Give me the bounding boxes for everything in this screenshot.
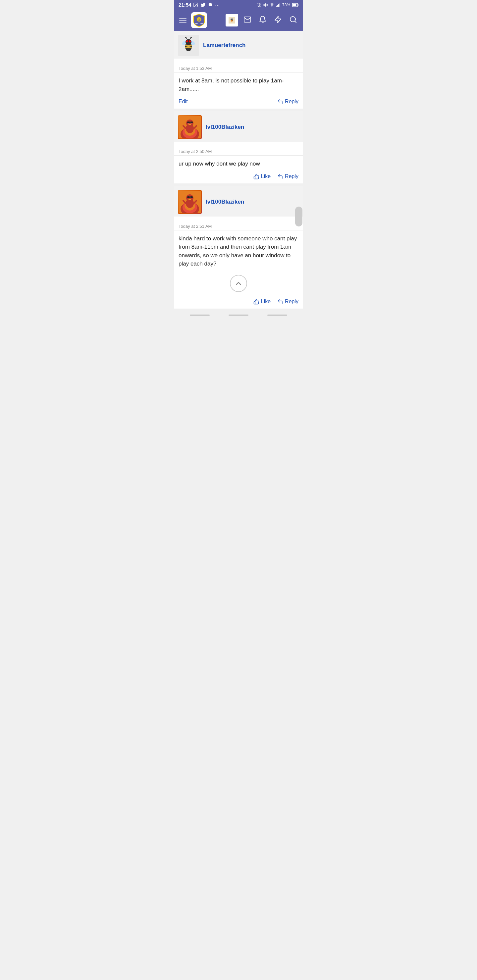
post-2-content: ur up now why dont we play now	[174, 156, 303, 171]
svg-rect-9	[278, 4, 279, 6]
post-3-username[interactable]: lvl100Blaziken	[206, 199, 244, 205]
svg-text:⚔: ⚔	[198, 18, 200, 22]
post-3-reply-button[interactable]: Reply	[277, 299, 298, 305]
svg-point-30	[185, 39, 191, 45]
scrollbar-handle[interactable]	[295, 207, 302, 226]
post-1-content: I work at 8am, is not possible to play 1…	[174, 73, 303, 96]
svg-point-63	[188, 199, 191, 200]
svg-rect-65	[190, 196, 193, 198]
more-icon: ···	[215, 2, 220, 8]
post-2-like-button[interactable]: Like	[254, 173, 271, 180]
status-left: 21:54 ···	[179, 2, 220, 8]
battery-percent: 73%	[282, 3, 290, 7]
status-right: 73%	[257, 3, 298, 7]
post-2-username[interactable]: lvl100Blaziken	[206, 124, 244, 130]
svg-point-47	[188, 124, 191, 125]
svg-rect-64	[187, 196, 190, 198]
user-avatar-img	[228, 17, 235, 24]
navbar: ⚔	[174, 10, 303, 31]
hamburger-line-3	[179, 22, 187, 22]
search-icon[interactable]	[287, 14, 299, 27]
post-2-avatar[interactable]	[178, 115, 202, 139]
post-3-avatar[interactable]	[178, 190, 202, 214]
alarm-icon	[257, 3, 262, 7]
battery-icon	[292, 3, 298, 7]
scroll-to-top-button[interactable]	[230, 275, 247, 292]
post-3-header: lvl100Blaziken	[174, 186, 303, 216]
svg-point-42	[186, 119, 193, 127]
svg-point-36	[190, 37, 192, 38]
post-3-actions: Like Reply	[174, 296, 303, 309]
post-2-header: lvl100Blaziken	[174, 111, 303, 142]
bottom-dot-3	[267, 315, 287, 316]
hamburger-menu-button[interactable]	[178, 17, 188, 24]
post-1: Lamuertefrench Today at 1:53 AM I work a…	[174, 31, 303, 108]
like-icon-3	[254, 299, 259, 305]
post-1-actions: Edit Reply	[174, 96, 303, 108]
svg-rect-48	[187, 121, 190, 123]
user-avatar-button[interactable]	[226, 14, 238, 27]
wifi-icon	[270, 3, 274, 7]
svg-marker-3	[264, 3, 265, 6]
post-3-timestamp: Today at 2:51 AM	[174, 221, 303, 231]
post-1-timestamp: Today at 1:53 AM	[174, 63, 303, 73]
bottom-nav	[174, 311, 303, 319]
svg-line-23	[295, 21, 296, 22]
site-logo[interactable]: ⚔	[191, 12, 207, 28]
post-1-username[interactable]: Lamuertefrench	[203, 42, 246, 49]
svg-rect-7	[276, 6, 277, 7]
svg-rect-10	[279, 3, 280, 6]
status-bar: 21:54 ···	[174, 0, 303, 10]
like-icon	[254, 173, 259, 180]
post-1-reply-button[interactable]: Reply	[277, 99, 298, 105]
reply-icon	[277, 99, 283, 105]
twitter-icon	[200, 2, 206, 8]
post-1-avatar[interactable]	[178, 35, 199, 56]
post-2: lvl100Blaziken Today at 2:50 AM ur up no…	[174, 111, 303, 183]
svg-point-1	[195, 4, 195, 4]
image-icon	[193, 2, 198, 8]
svg-point-29	[185, 46, 192, 48]
mute-icon	[263, 3, 268, 7]
lightning-icon[interactable]	[272, 14, 284, 27]
post-2-actions: Like Reply	[174, 171, 303, 183]
logo-svg: ⚔	[192, 13, 206, 27]
post-3-like-button[interactable]: Like	[254, 299, 271, 305]
svg-rect-13	[292, 4, 297, 6]
reply-icon-3	[277, 299, 283, 305]
post-2-chevron	[235, 142, 242, 146]
svg-point-20	[231, 20, 233, 22]
post-1-edit-button[interactable]: Edit	[179, 99, 188, 105]
chevron-up-icon	[235, 280, 242, 287]
bell-icon[interactable]	[257, 14, 269, 27]
snapchat-icon	[208, 2, 213, 8]
bottom-dot-1	[190, 315, 210, 316]
post-1-chevron	[235, 59, 242, 63]
svg-marker-21	[275, 16, 281, 23]
svg-rect-12	[298, 4, 299, 6]
post-2-reply-button[interactable]: Reply	[277, 173, 298, 180]
post-2-timestamp: Today at 2:50 AM	[174, 146, 303, 156]
svg-point-35	[185, 37, 187, 38]
svg-point-58	[186, 194, 193, 202]
reply-icon-2	[277, 173, 283, 180]
post-3-content: kinda hard to work with someone who cant…	[174, 231, 303, 271]
svg-point-31	[186, 40, 188, 42]
signal-icon	[276, 3, 281, 7]
post-3-chevron	[235, 216, 242, 221]
svg-point-32	[189, 40, 191, 42]
post-1-header: Lamuertefrench	[174, 31, 303, 59]
hamburger-line-2	[179, 20, 187, 21]
status-time: 21:54	[179, 2, 191, 8]
bottom-dot-2	[228, 315, 249, 316]
mail-icon[interactable]	[241, 14, 254, 27]
post-3: lvl100Blaziken Today at 2:51 AM kinda ha…	[174, 186, 303, 309]
svg-rect-8	[277, 5, 278, 7]
svg-rect-49	[190, 121, 193, 123]
hamburger-line-1	[179, 18, 187, 19]
